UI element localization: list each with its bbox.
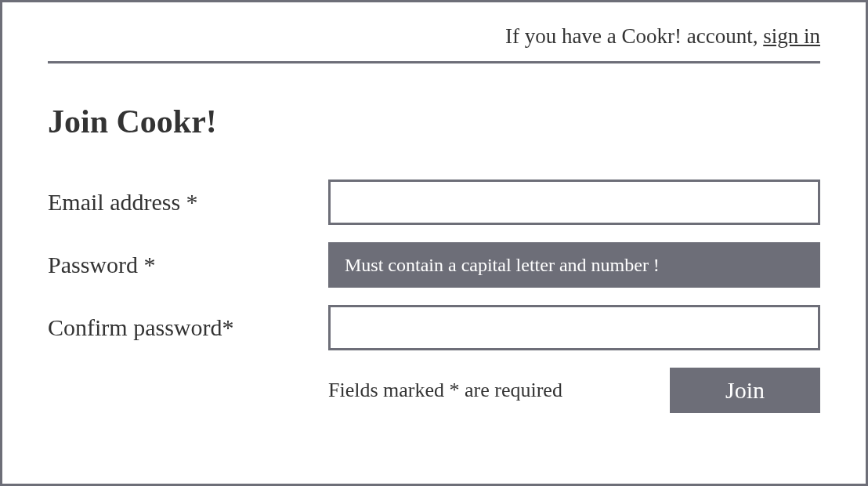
email-row: Email address * [48,180,820,225]
divider [48,61,820,63]
password-row: Password * [48,242,820,288]
password-label: Password * [48,252,328,278]
join-button[interactable]: Join [670,368,820,413]
signin-prompt: If you have a Cookr! account, sign in [48,24,820,49]
required-note: Fields marked * are required [328,379,562,402]
page-title: Join Cookr! [48,103,820,140]
confirm-password-input[interactable] [328,305,820,350]
password-input[interactable] [328,242,820,288]
form-footer: Fields marked * are required Join [48,368,820,413]
email-label: Email address * [48,189,328,216]
sign-in-link[interactable]: sign in [763,24,820,48]
email-input[interactable] [328,180,820,225]
confirm-password-label: Confirm password* [48,314,328,341]
confirm-password-row: Confirm password* [48,305,820,350]
signin-prompt-text: If you have a Cookr! account, [505,24,763,48]
